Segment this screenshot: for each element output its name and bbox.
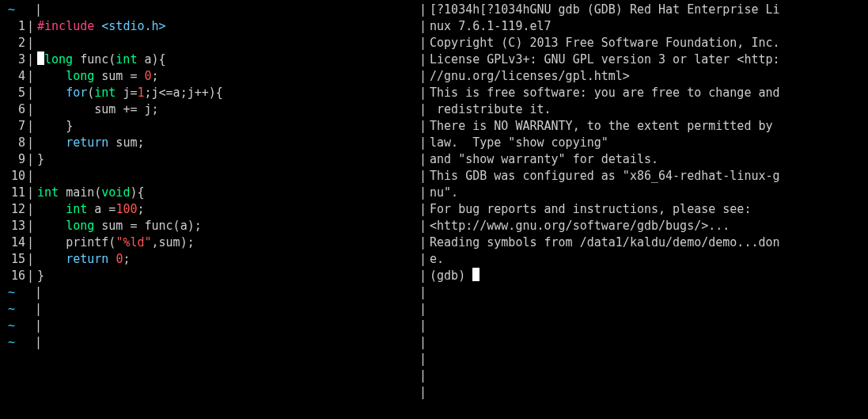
pane-separator: | — [419, 251, 430, 268]
code-content: int main(void){ — [37, 185, 144, 201]
pane-separator: | — [25, 201, 37, 218]
code-content: } — [37, 151, 44, 168]
terminal-text: e. — [430, 251, 444, 268]
code-content: sum += j; — [37, 101, 159, 118]
terminal-text: This GDB was configured as "x86_64-redha… — [430, 168, 780, 185]
line-number: 8 — [0, 135, 25, 151]
editor-empty-line: ~| — [0, 284, 419, 301]
pane-separator: | — [419, 284, 430, 301]
pane-separator: | — [419, 2, 430, 18]
editor-line[interactable]: 1|#include <stdio.h> — [0, 18, 419, 35]
editor-line[interactable]: 6| sum += j; — [0, 101, 419, 118]
pane-separator: | — [419, 368, 430, 384]
editor-line[interactable]: 2| — [0, 35, 419, 51]
editor-line[interactable]: 13| long sum = func(a); — [0, 218, 419, 234]
pane-separator: | — [33, 301, 45, 318]
pane-separator: | — [419, 18, 430, 35]
gdb-terminal-pane[interactable]: |[?1034h[?1034hGNU gdb (GDB) Red Hat Ent… — [419, 0, 868, 419]
terminal-text: This is free software: you are free to c… — [430, 85, 780, 101]
terminal-line: |Reading symbols from /data1/kaldu/demo/… — [419, 234, 868, 251]
terminal-empty-line: | — [419, 351, 868, 368]
terminal-line: |Copyright (C) 2013 Free Software Founda… — [419, 35, 868, 51]
editor-line[interactable]: 5| for(int j=1;j<=a;j++){ — [0, 85, 419, 101]
terminal-text: Reading symbols from /data1/kaldu/demo/d… — [430, 234, 780, 251]
editor-line[interactable]: 10| — [0, 168, 419, 185]
terminal-line: |nux 7.6.1-119.el7 — [419, 18, 868, 35]
pane-separator: | — [419, 334, 430, 351]
pane-separator: | — [33, 284, 45, 301]
editor-line[interactable]: 3|long func(int a){ — [0, 51, 419, 68]
terminal-line: |[?1034h[?1034hGNU gdb (GDB) Red Hat Ent… — [419, 2, 868, 18]
editor-line[interactable]: 11|int main(void){ — [0, 185, 419, 201]
terminal-line: |e. — [419, 251, 868, 268]
terminal-prompt-line[interactable]: |(gdb) — [419, 268, 868, 284]
pane-separator: | — [33, 2, 45, 18]
editor-line[interactable]: 7| } — [0, 118, 419, 135]
line-number: 2 — [0, 35, 25, 51]
editor-pane[interactable]: ~|1|#include <stdio.h>2|3|long func(int … — [0, 0, 419, 419]
terminal-empty-line: | — [419, 368, 868, 384]
terminal-empty-line: | — [419, 284, 868, 301]
terminal-text: For bug reports and instructions, please… — [430, 201, 751, 218]
pane-separator: | — [419, 51, 430, 68]
pane-separator: | — [419, 351, 430, 368]
pane-separator: | — [419, 68, 430, 85]
pane-separator: | — [25, 168, 37, 185]
terminal-empty-line: | — [419, 384, 868, 401]
pane-separator: | — [25, 85, 37, 101]
line-number: 13 — [0, 218, 25, 234]
pane-separator: | — [25, 234, 37, 251]
pane-separator: | — [33, 334, 45, 351]
code-content: } — [37, 268, 44, 284]
pane-separator: | — [25, 68, 37, 85]
pane-separator: | — [419, 101, 430, 118]
line-number: 14 — [0, 234, 25, 251]
tilde-marker: ~ — [0, 334, 33, 351]
terminal-line: |law. Type "show copying" — [419, 135, 868, 151]
line-number: 9 — [0, 151, 25, 168]
pane-separator: | — [419, 151, 430, 168]
pane-separator: | — [25, 268, 37, 284]
code-content: long sum = func(a); — [37, 218, 202, 234]
pane-separator: | — [419, 318, 430, 334]
pane-separator: | — [419, 118, 430, 135]
line-number: 1 — [0, 18, 25, 35]
terminal-text: License GPLv3+: GNU GPL version 3 or lat… — [430, 51, 780, 68]
editor-line[interactable]: 15| return 0; — [0, 251, 419, 268]
terminal-empty-line: | — [419, 334, 868, 351]
editor-empty-line: ~| — [0, 334, 419, 351]
terminal-cursor — [472, 268, 479, 281]
pane-separator: | — [25, 118, 37, 135]
tilde-marker: ~ — [0, 301, 33, 318]
pane-separator: | — [25, 51, 37, 68]
terminal-line: |For bug reports and instructions, pleas… — [419, 201, 868, 218]
pane-separator: | — [25, 18, 37, 35]
line-number: 3 — [0, 51, 25, 68]
terminal-text: nu". — [430, 185, 458, 201]
line-number: 15 — [0, 251, 25, 268]
editor-line[interactable]: 8| return sum; — [0, 135, 419, 151]
editor-line[interactable]: 9|} — [0, 151, 419, 168]
pane-separator: | — [25, 185, 37, 201]
line-number: 16 — [0, 268, 25, 284]
editor-empty-line: ~| — [0, 318, 419, 334]
terminal-line: |This GDB was configured as "x86_64-redh… — [419, 168, 868, 185]
line-number: 12 — [0, 201, 25, 218]
editor-line[interactable]: 12| int a =100; — [0, 201, 419, 218]
terminal-line: |nu". — [419, 185, 868, 201]
tilde-marker: ~ — [0, 318, 33, 334]
terminal-line: |//gnu.org/licenses/gpl.html> — [419, 68, 868, 85]
editor-line[interactable]: 4| long sum = 0; — [0, 68, 419, 85]
terminal-empty-line: | — [419, 318, 868, 334]
pane-separator: | — [419, 135, 430, 151]
pane-separator: | — [25, 151, 37, 168]
terminal-text: <http://www.gnu.org/software/gdb/bugs/>.… — [430, 218, 730, 234]
pane-separator: | — [419, 168, 430, 185]
code-content: return 0; — [37, 251, 130, 268]
line-number: 10 — [0, 168, 25, 185]
pane-separator: | — [419, 301, 430, 318]
editor-line[interactable]: 14| printf("%ld",sum); — [0, 234, 419, 251]
editor-line[interactable]: 16|} — [0, 268, 419, 284]
code-content: printf("%ld",sum); — [37, 234, 195, 251]
tilde-marker: ~ — [0, 2, 33, 18]
